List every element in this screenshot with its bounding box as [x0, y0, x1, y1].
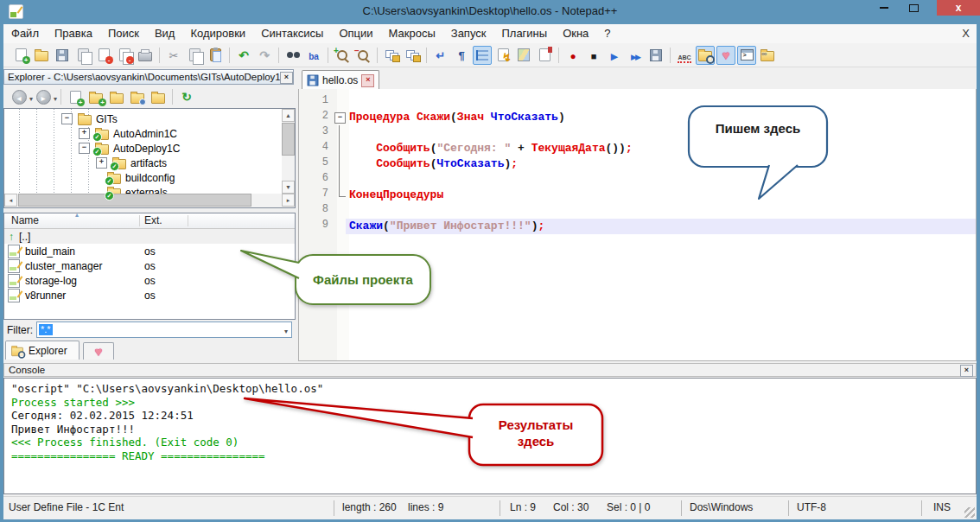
tab-explorer[interactable]: Explorer: [5, 341, 80, 360]
redo-button[interactable]: [255, 46, 274, 65]
file-row-storage-log[interactable]: storage-logos: [4, 273, 295, 288]
console-close-button[interactable]: [960, 365, 973, 377]
chevron-down-icon[interactable]: [284, 325, 288, 335]
open-file-button[interactable]: [32, 46, 51, 65]
menu-plugins[interactable]: Плагины: [493, 24, 555, 43]
back-dropdown-icon[interactable]: [29, 90, 33, 104]
replace-button[interactable]: [304, 46, 323, 65]
code-line-2[interactable]: 2−Процедура Скажи(Знач ЧтоСказать): [299, 110, 976, 125]
code-line-8[interactable]: 8: [299, 203, 976, 219]
doc-switcher-button[interactable]: [535, 46, 554, 65]
cut-button[interactable]: [164, 46, 183, 65]
fold-collapse-icon[interactable]: −: [334, 112, 346, 124]
minimize-button[interactable]: [871, 0, 897, 16]
tree-item-gits[interactable]: −GITs: [61, 111, 118, 126]
editor-body[interactable]: 1 2−Процедура Скажи(Знач ЧтоСказать) 3 4…: [298, 89, 977, 361]
console-output[interactable]: "oscript" "C:\Users\aovsyankin\Desktop\h…: [3, 378, 977, 494]
current-file-folder-button[interactable]: [128, 87, 147, 106]
locate-in-explorer-button[interactable]: [758, 46, 777, 65]
menu-language[interactable]: Синтаксисы: [253, 24, 331, 43]
close-all-button[interactable]: [115, 46, 134, 65]
code-line-5[interactable]: 5 Сообщить(ЧтоСказать);: [299, 156, 976, 172]
tab-close-icon[interactable]: [361, 74, 374, 87]
copy-folder-button[interactable]: [149, 87, 168, 106]
filter-combobox[interactable]: *.*: [36, 321, 292, 338]
sync-vertical-scroll-button[interactable]: [382, 46, 401, 65]
zoom-in-button[interactable]: +: [333, 46, 352, 65]
console-panel-button[interactable]: [737, 46, 756, 65]
save-all-button[interactable]: [73, 46, 92, 65]
print-button[interactable]: [136, 46, 155, 65]
tab-hello-os[interactable]: hello.os: [302, 70, 379, 90]
file-row-parent-dir[interactable]: [..]: [4, 229, 295, 244]
scroll-thumb[interactable]: [18, 194, 251, 207]
code-line-7[interactable]: 7КонецПроцедуры: [299, 188, 976, 203]
menubar-close-button[interactable]: X: [962, 24, 970, 43]
copy-button[interactable]: [185, 46, 204, 65]
macro-play-button[interactable]: [605, 46, 624, 65]
code-line-6[interactable]: 6: [299, 172, 976, 188]
file-row-cluster-manager[interactable]: cluster_manageros: [4, 258, 295, 273]
file-row-build-main[interactable]: build_mainos: [4, 244, 295, 258]
menu-window[interactable]: Окна: [555, 24, 596, 43]
tree-item-autodeploy1c[interactable]: −AutoDeploy1C: [79, 141, 180, 156]
tree-vertical-scrollbar[interactable]: ▲ ▼: [282, 109, 295, 194]
show-all-chars-button[interactable]: [452, 46, 471, 65]
close-file-button[interactable]: [94, 46, 113, 65]
code-line-4[interactable]: 4 Сообщить("Сегодня: " + ТекущаяДата());: [299, 141, 976, 156]
code-line-3[interactable]: 3: [299, 125, 976, 141]
new-file-button[interactable]: [11, 46, 30, 65]
status-insert-mode[interactable]: INS: [933, 501, 951, 513]
spell-check-button[interactable]: [675, 46, 694, 65]
code-line-1[interactable]: 1: [299, 94, 976, 110]
expand-icon[interactable]: +: [96, 157, 107, 169]
sync-horizontal-scroll-button[interactable]: [403, 46, 422, 65]
document-monitor-button[interactable]: [493, 46, 512, 65]
scroll-right-button[interactable]: ▸: [282, 194, 295, 207]
tab-favorites[interactable]: [83, 342, 114, 360]
new-file-button-panel[interactable]: [66, 87, 85, 106]
nav-forward-button[interactable]: [34, 87, 53, 106]
menu-run[interactable]: Запуск: [443, 24, 494, 43]
menu-help[interactable]: ?: [596, 24, 618, 43]
menu-edit[interactable]: Правка: [47, 24, 100, 43]
tree-item-buildconfig[interactable]: buildconfig: [107, 170, 175, 185]
macro-stop-button[interactable]: [584, 46, 603, 65]
scroll-thumb[interactable]: [282, 123, 295, 156]
tree-item-artifacts[interactable]: +artifacts: [96, 156, 167, 170]
new-folder-button[interactable]: [86, 87, 105, 106]
scroll-down-button[interactable]: ▼: [282, 181, 295, 194]
macro-save-button[interactable]: [646, 46, 665, 65]
refresh-button[interactable]: [177, 87, 196, 106]
explorer-panel-close-button[interactable]: [280, 72, 293, 84]
resize-grip[interactable]: [964, 507, 975, 518]
forward-dropdown-icon[interactable]: [54, 90, 57, 104]
undo-button[interactable]: [234, 46, 253, 65]
tree-item-autoadmin1c[interactable]: +AutoAdmin1C: [79, 126, 177, 141]
titlebar[interactable]: C:\Users\aovsyankin\Desktop\hello.os - N…: [0, 0, 980, 24]
column-header-name[interactable]: Name: [11, 214, 39, 226]
menu-view[interactable]: Вид: [147, 24, 183, 43]
nav-back-button[interactable]: [10, 87, 29, 106]
scroll-up-button[interactable]: ▲: [282, 109, 295, 122]
save-button[interactable]: [53, 46, 72, 65]
find-button[interactable]: [283, 46, 302, 65]
scroll-left-button[interactable]: ◂: [4, 194, 17, 207]
menu-file[interactable]: Файл: [3, 24, 47, 43]
zoom-out-button[interactable]: −: [353, 46, 372, 65]
file-row-v8runner[interactable]: v8runneros: [4, 288, 295, 302]
open-folder-button[interactable]: [107, 87, 126, 106]
code-line-9-current[interactable]: 9Скажи("Привет Инфостарт!!!");: [299, 219, 976, 234]
expand-icon[interactable]: +: [79, 128, 90, 139]
column-header-ext[interactable]: Ext.: [144, 214, 162, 226]
favorites-button[interactable]: [716, 46, 735, 65]
explorer-panel-button[interactable]: [696, 46, 715, 65]
menu-macro[interactable]: Макросы: [381, 24, 443, 43]
menu-search[interactable]: Поиск: [100, 24, 147, 43]
collapse-icon[interactable]: −: [79, 143, 90, 154]
close-button[interactable]: x: [937, 0, 980, 16]
menu-settings[interactable]: Опции: [331, 24, 380, 43]
indent-guide-button[interactable]: [473, 46, 492, 65]
maximize-button[interactable]: [900, 0, 926, 16]
collapse-icon[interactable]: −: [61, 113, 73, 124]
